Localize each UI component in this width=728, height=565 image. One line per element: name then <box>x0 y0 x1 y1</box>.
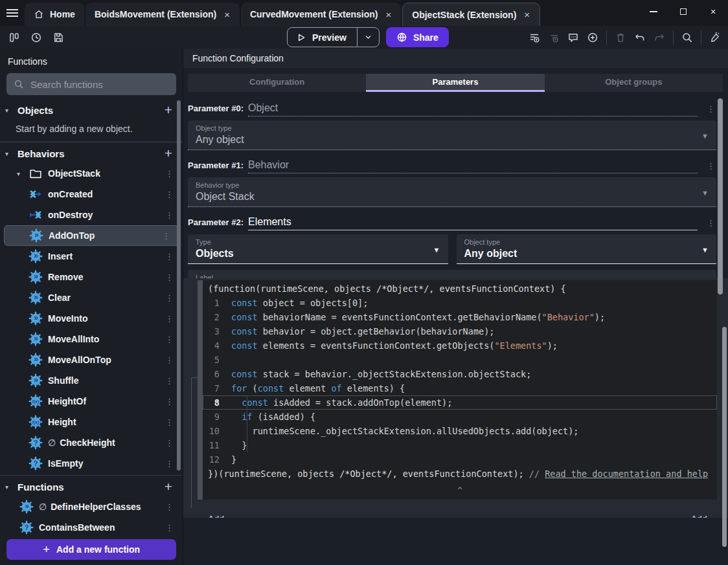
add-event-icon[interactable] <box>525 29 543 46</box>
list-item[interactable]: ▾ » ? f(x) ∅ Clear ⋮ <box>0 287 183 308</box>
code-line[interactable]: 1 const object = objects[0]; <box>203 296 717 310</box>
project-manager-icon[interactable] <box>5 29 23 46</box>
list-item[interactable]: ▾ » ? f(x) ∅ Height ⋮ <box>0 412 183 432</box>
list-item[interactable]: » ? ∅ ContainsBetween ⋮ <box>0 517 183 535</box>
project-tab[interactable]: BoidsMovement (Extension) × <box>85 3 240 26</box>
tab[interactable]: Parameters <box>366 74 544 92</box>
sidebar-scrollbar[interactable] <box>177 100 181 471</box>
item-menu-icon[interactable]: ⋮ <box>161 438 177 448</box>
code-line[interactable]: 8 const isAdded = stack.addOnTop(element… <box>203 395 717 410</box>
add-comment-icon[interactable] <box>564 29 582 46</box>
behavior-type-select[interactable]: Behavior type Object Stack ▼ <box>188 177 716 207</box>
list-item[interactable]: ▾ » ? f(x) ∅ Insert ⋮ <box>0 246 183 267</box>
object-type-select[interactable]: Object type Any object ▼ <box>457 234 717 264</box>
collapse-triangle-icon[interactable]: ▾ <box>5 150 13 157</box>
project-tab[interactable]: Home × <box>25 3 84 26</box>
list-item[interactable]: ▾ » ? f(x) ∅ MoveAllInto ⋮ <box>0 329 183 349</box>
section-objects[interactable]: ▾ Objects + <box>0 100 183 120</box>
parameter-name-field[interactable]: Behavior <box>248 159 698 173</box>
trash-icon[interactable] <box>611 29 630 46</box>
list-item[interactable]: ▾ » ? f(x) ∅ Shuffle ⋮ <box>0 370 183 391</box>
item-menu-icon[interactable]: ⋮ <box>161 293 177 303</box>
item-menu-icon[interactable]: ⋮ <box>161 210 177 220</box>
item-menu-icon[interactable]: ⋮ <box>161 272 177 282</box>
item-menu-icon[interactable]: ⋮ <box>161 355 177 365</box>
list-item[interactable]: ▾ » ? f(x) ∅ onCreated ⋮ <box>0 184 183 205</box>
list-item[interactable]: ▾ » ? f(x) ∅ MoveAllOnTop ⋮ <box>0 349 183 370</box>
code-line[interactable]: 3 const behavior = object.getBehavior(be… <box>203 324 717 338</box>
code-line[interactable]: 2 const behaviorName = eventsFunctionCon… <box>203 310 717 324</box>
close-tab-icon[interactable]: × <box>223 9 231 20</box>
search-input[interactable]: Search functions <box>6 73 176 95</box>
parameter-menu-icon[interactable]: ⋮ <box>698 161 716 173</box>
list-item[interactable]: » ? ∅ DefineHelperClasses ⋮ <box>0 496 183 517</box>
events-scrollbar[interactable] <box>722 327 727 547</box>
project-tab[interactable]: ObjectStack (Extension) × <box>402 3 540 26</box>
tab[interactable]: Configuration <box>188 74 366 92</box>
item-menu-icon[interactable]: ⋮ <box>161 502 177 512</box>
add-action-link[interactable]: Add <box>208 514 224 518</box>
edit-pencil-icon[interactable] <box>706 29 724 46</box>
item-menu-icon[interactable]: ⋮ <box>161 376 177 386</box>
add-link[interactable]: Add <box>691 514 707 518</box>
project-tab[interactable]: CurvedMovement (Extension) × <box>241 3 401 26</box>
parameter-menu-icon[interactable]: ⋮ <box>698 218 716 230</box>
object-type-select[interactable]: Object type Any object ▼ <box>188 120 716 150</box>
list-item[interactable]: ▾ » ? f(x) ∅ CheckHeight ⋮ <box>0 432 183 453</box>
item-menu-icon[interactable]: ⋮ <box>158 231 174 241</box>
preview-button[interactable]: Preview <box>287 27 380 47</box>
list-item[interactable]: ▾ » ? f(x) ∅ AddOnTop ⋮ <box>4 225 180 246</box>
redo-icon[interactable] <box>650 29 668 46</box>
code-line[interactable]: 6 const stack = behavior._objectStackExt… <box>203 367 717 381</box>
add-function-plus-button[interactable]: + <box>162 479 175 494</box>
save-icon[interactable] <box>49 29 67 46</box>
collapse-triangle-icon[interactable]: ▾ <box>17 170 23 177</box>
add-behavior-button[interactable]: + <box>162 146 175 161</box>
parameter-name-field[interactable]: Elements <box>248 216 698 230</box>
item-menu-icon[interactable]: ⋮ <box>161 169 177 179</box>
list-item[interactable]: ▾ » ? f(x) ∅ MoveInto ⋮ <box>0 308 183 329</box>
fold-caret-icon[interactable]: ^ <box>203 483 717 496</box>
maximize-button[interactable] <box>668 0 698 23</box>
item-menu-icon[interactable]: ⋮ <box>161 397 177 406</box>
share-button[interactable]: Share <box>386 27 449 47</box>
parameter-name-field[interactable]: Object <box>248 102 698 116</box>
type-select[interactable]: Type Objects ▼ <box>188 234 448 264</box>
collapse-triangle-icon[interactable]: ▾ <box>5 483 13 491</box>
item-menu-icon[interactable]: ⋮ <box>161 523 177 533</box>
event-drag-handle[interactable] <box>198 280 203 500</box>
code-line[interactable]: 10 runtimeScene._objectStackExtension.al… <box>203 424 717 438</box>
close-tab-icon[interactable]: × <box>385 9 392 20</box>
list-item[interactable]: ▾ » ? f(x) ∅ HeightOf ⋮ <box>0 391 183 412</box>
item-menu-icon[interactable]: ⋮ <box>161 314 177 324</box>
search-icon[interactable] <box>678 29 696 46</box>
documentation-link[interactable]: Read the documentation and help <box>545 469 708 479</box>
parameters-scrollbar[interactable] <box>718 98 723 294</box>
list-item[interactable]: ▾ » ? f(x) ∅ onDestroy ⋮ <box>0 205 183 225</box>
close-tab-icon[interactable]: × <box>523 9 530 20</box>
close-window-button[interactable]: × <box>698 0 728 23</box>
minimize-button[interactable] <box>639 0 668 23</box>
add-object-button[interactable]: + <box>162 102 175 118</box>
code-line[interactable]: 11 } <box>203 438 717 452</box>
preview-options-dropdown[interactable] <box>358 33 379 41</box>
add-subevent-icon[interactable] <box>545 29 563 46</box>
code-line[interactable]: 5 <box>203 353 717 367</box>
main-menu-button[interactable] <box>0 1 25 25</box>
parameter-menu-icon[interactable]: ⋮ <box>698 104 716 116</box>
label-input[interactable]: Label Object <box>188 270 716 278</box>
item-menu-icon[interactable]: ⋮ <box>161 417 177 427</box>
add-circle-icon[interactable] <box>584 29 602 46</box>
item-menu-icon[interactable]: ⋮ <box>161 335 177 344</box>
js-code-editor[interactable]: (function(runtimeScene, objects /*Object… <box>203 280 717 500</box>
code-line[interactable]: 4 const elements = eventsFunctionContext… <box>203 338 717 353</box>
collapse-triangle-icon[interactable]: ▾ <box>5 107 13 114</box>
item-menu-icon[interactable]: ⋮ <box>161 252 177 261</box>
code-line[interactable]: 12 } <box>203 452 717 467</box>
code-line[interactable]: 7 for (const element of elements) { <box>203 381 717 395</box>
tab[interactable]: Object groups <box>545 74 723 92</box>
list-item[interactable]: ▾ » ? f(x) ∅ Remove ⋮ <box>0 267 183 287</box>
add-new-function-button[interactable]: + Add a new function <box>6 539 176 560</box>
section-behaviors[interactable]: ▾ Behaviors + <box>0 144 183 163</box>
item-menu-icon[interactable]: ⋮ <box>161 459 177 469</box>
